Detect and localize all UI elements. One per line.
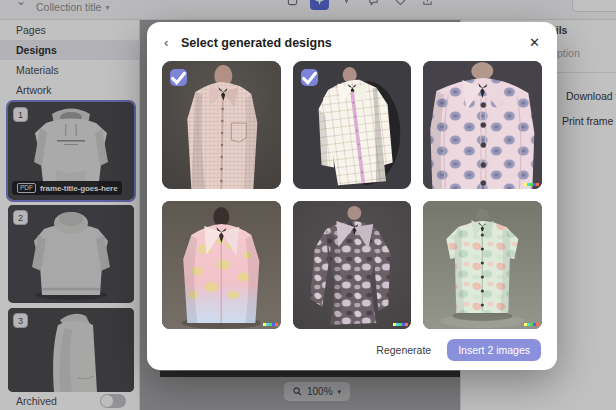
modal-title: Select generated designs [181,36,332,50]
close-icon[interactable]: ✕ [529,35,540,50]
design-card-2[interactable] [293,61,412,189]
design-card-4[interactable] [162,201,281,329]
design-card-3[interactable] [423,61,542,189]
checkmark-icon [170,69,187,86]
modal-footer: Regenerate Insert 2 images [147,329,557,361]
design-image [162,201,281,329]
select-designs-modal: ‹ Select generated designs ✕ [147,22,557,370]
design-image [423,201,542,329]
design-card-6[interactable] [423,201,542,329]
design-image [423,61,542,189]
watermark-strip [524,183,539,186]
regenerate-button[interactable]: Regenerate [376,344,431,356]
checkmark-icon [301,69,318,86]
back-button[interactable]: ‹ [164,35,178,50]
design-image [293,201,412,329]
watermark-strip [524,323,539,326]
design-card-5[interactable] [293,201,412,329]
design-card-1[interactable] [162,61,281,189]
modal-header: ‹ Select generated designs ✕ [147,22,557,59]
insert-images-button[interactable]: Insert 2 images [447,339,541,361]
design-grid [147,59,557,329]
watermark-strip [263,323,278,326]
watermark-strip [393,323,408,326]
